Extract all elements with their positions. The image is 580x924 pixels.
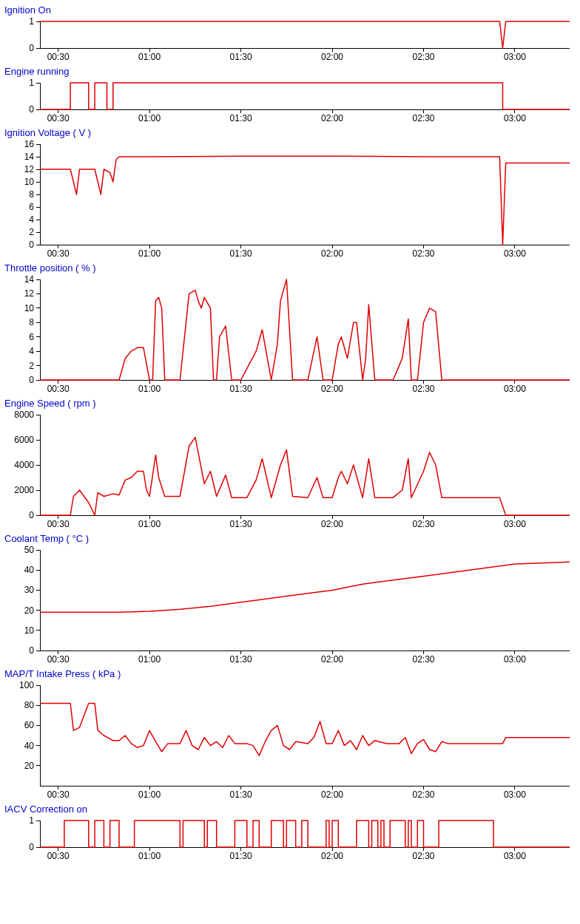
x-tick-label: 00:30 [47,654,70,664]
y-tick-label: 60 [24,720,35,730]
x-tick-label: 03:00 [504,113,526,123]
y-tick-label: 4000 [14,460,34,470]
data-line [40,156,570,245]
x-tick-label: 01:30 [230,519,252,529]
x-tick-label: 01:00 [138,519,161,529]
x-tick-label: 02:00 [321,519,343,529]
y-tick-label: 12 [24,164,35,174]
y-tick-label: 6 [29,332,34,342]
y-tick-label: 8000 [14,410,34,420]
y-tick-label: 1 [29,78,34,88]
x-tick-label: 01:00 [138,384,161,393]
chart-block: Engine running0100:3001:0001:3002:0002:3… [3,66,577,123]
x-tick-label: 02:00 [321,384,343,393]
y-tick-label: 12 [24,288,35,299]
x-tick-label: 02:30 [412,248,434,258]
chart-title: Engine Speed ( rpm ) [4,398,577,409]
y-tick-label: 40 [24,565,35,575]
y-tick-label: 0 [29,43,34,53]
x-tick-label: 01:00 [138,52,161,61]
chart-svg: 2040608010000:3001:0001:3002:0002:3003:0… [3,681,577,799]
x-tick-label: 02:00 [321,248,343,258]
y-tick-label: 4 [29,346,34,356]
y-tick-label: 50 [24,546,35,555]
x-tick-label: 01:30 [230,248,252,258]
y-tick-label: 10 [24,303,35,313]
y-tick-label: 8 [29,189,34,200]
x-tick-label: 02:30 [412,851,434,860]
x-tick-label: 00:30 [47,789,70,799]
x-tick-label: 01:30 [230,851,252,860]
chart-svg: 0102030405000:3001:0001:3002:0002:3003:0… [3,546,577,664]
y-tick-label: 2 [29,361,34,371]
y-tick-label: 30 [24,585,35,595]
x-tick-label: 00:30 [47,248,70,258]
x-tick-label: 02:00 [321,654,343,664]
x-tick-label: 01:00 [138,851,161,860]
x-tick-label: 03:00 [504,789,526,799]
chart-title: Ignition Voltage ( V ) [4,127,577,138]
chart-block: Engine Speed ( rpm )0200040006000800000:… [3,398,577,529]
x-tick-label: 03:00 [504,52,526,61]
chart-block: Ignition On0100:3001:0001:3002:0002:3003… [3,4,577,61]
chart-title: Throttle position ( % ) [4,262,577,274]
x-tick-label: 00:30 [47,519,70,529]
x-tick-label: 00:30 [47,384,70,393]
chart-svg: 0100:3001:0001:3002:0002:3003:00 [3,816,577,860]
data-line [40,438,570,515]
chart-svg: 0100:3001:0001:3002:0002:3003:00 [3,78,577,123]
y-tick-label: 0 [29,240,34,250]
data-line [40,279,570,380]
x-tick-label: 02:30 [412,113,434,123]
data-line [40,821,570,847]
x-tick-label: 01:30 [230,52,252,61]
y-tick-label: 0 [29,645,34,656]
y-tick-label: 1 [29,816,34,826]
chart-title: Ignition On [4,4,577,16]
y-tick-label: 20 [24,605,35,616]
y-tick-label: 2000 [14,485,34,495]
data-line [40,704,570,756]
x-tick-label: 00:30 [47,851,70,860]
y-tick-label: 0 [29,104,34,115]
y-tick-label: 10 [24,625,35,636]
chart-block: MAP/T Intake Press ( kPa )2040608010000:… [3,668,577,799]
x-tick-label: 01:00 [138,789,161,799]
x-tick-label: 01:30 [230,113,252,123]
x-tick-label: 00:30 [47,52,70,61]
x-tick-label: 02:30 [412,654,434,664]
x-tick-label: 01:30 [230,789,252,799]
x-tick-label: 02:00 [321,789,343,799]
chart-svg: 0200040006000800000:3001:0001:3002:0002:… [3,410,577,529]
x-tick-label: 01:30 [230,384,252,393]
chart-block: Coolant Temp ( °C )0102030405000:3001:00… [3,533,577,664]
x-tick-label: 03:00 [504,654,526,664]
y-tick-label: 14 [24,152,35,162]
chart-svg: 024681012141600:3001:0001:3002:0002:3003… [3,140,577,258]
y-tick-label: 40 [24,741,35,751]
x-tick-label: 02:30 [412,384,434,393]
chart-block: Throttle position ( % )0246810121400:300… [3,262,577,393]
x-tick-label: 01:00 [138,654,161,664]
data-line [40,562,570,612]
x-tick-label: 02:00 [321,113,343,123]
y-tick-label: 100 [19,681,34,690]
y-tick-label: 80 [24,700,35,710]
y-tick-label: 10 [24,177,35,187]
y-tick-label: 4 [29,214,34,225]
y-tick-label: 0 [29,375,34,385]
chart-title: Coolant Temp ( °C ) [4,533,577,544]
x-tick-label: 03:00 [504,248,526,258]
y-tick-label: 14 [24,275,35,285]
x-tick-label: 02:30 [412,519,434,529]
y-tick-label: 8 [29,317,34,327]
x-tick-label: 00:30 [47,113,70,123]
data-line [40,83,570,109]
y-tick-label: 1 [29,17,34,27]
chart-svg: 0246810121400:3001:0001:3002:0002:3003:0… [3,275,577,393]
chart-svg: 0100:3001:0001:3002:0002:3003:00 [3,17,577,61]
y-tick-label: 2 [29,227,34,237]
x-tick-label: 01:00 [138,113,161,123]
y-tick-label: 6000 [14,435,34,445]
y-tick-label: 20 [24,761,35,771]
